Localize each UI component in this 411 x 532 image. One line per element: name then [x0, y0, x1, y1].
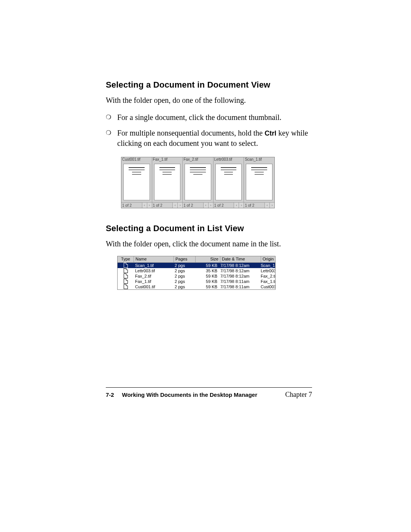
document-icon [124, 263, 128, 268]
bullet-list: For a single document, click the documen… [106, 112, 312, 149]
cell-origin: Fax_2.tif [259, 274, 275, 278]
page-count: 1 of 2 [183, 203, 203, 208]
thumbnail-preview [215, 164, 242, 200]
cell-name: Fax_1.tif [134, 279, 173, 284]
cell-name: Scan_1.tif [134, 263, 173, 268]
cell-name: Cust001.tif [134, 284, 173, 289]
heading-document-view: Selecting a Document in Document View [106, 80, 312, 90]
thumbnail-nav: 1 of 2 ‹ › [183, 203, 213, 208]
bullet-single-document: For a single document, click the documen… [106, 112, 312, 123]
prev-page-button: ‹ [264, 203, 269, 208]
cell-origin: Lettr003.tif [259, 268, 275, 273]
thumbnail-label: Scan_1.tif [244, 157, 274, 163]
prev-page-button: ‹ [203, 203, 208, 208]
prev-page-button: ‹ [172, 203, 177, 208]
thumbnail-label: Lettr003.tif [213, 157, 244, 163]
cell-type [118, 273, 134, 279]
cell-date: 7/17/98 8:12am [219, 268, 259, 273]
cell-origin: Cust001.tif [259, 284, 275, 289]
cell-date: 7/17/98 8:11am [219, 279, 259, 284]
cell-origin: Scan_1.tif [259, 263, 275, 268]
page-footer: 7-2 Working With Documents in the Deskto… [106, 387, 312, 399]
page-count: 1 of 2 [121, 203, 142, 208]
document-page: Selecting a Document in Document View Wi… [0, 0, 411, 532]
list-header-row: Type Name Pages Size Date & Time Origin [118, 256, 275, 263]
page-count: 1 of 2 [244, 203, 264, 208]
document-view-screenshot: Cust001.tif Fax_1.tif Fax_2.tif Lettr003… [121, 157, 275, 208]
document-icon [124, 268, 128, 273]
thumbnail: Cust001.tif [121, 157, 152, 202]
document-icon [124, 273, 128, 278]
thumbnail-nav: 1 of 2 ‹ › [121, 203, 152, 208]
cell-size: 59 KB [194, 284, 219, 289]
cell-name: Fax_2.tif [134, 274, 173, 278]
cell-pages: 2 pgs [173, 263, 194, 268]
footer-left: 7-2 Working With Documents in the Deskto… [106, 391, 257, 398]
cell-date: 7/17/98 8:12am [219, 274, 259, 278]
ctrl-key-label: Ctrl [264, 129, 276, 137]
next-page-button: › [147, 203, 152, 208]
col-header-size: Size [196, 256, 220, 262]
cell-pages: 2 pgs [173, 284, 194, 289]
footer-page-number: 7-2 [106, 391, 114, 398]
document-icon [124, 279, 128, 284]
thumbnail-preview [185, 164, 211, 200]
cell-type [118, 268, 134, 274]
prev-page-button: ‹ [142, 203, 147, 208]
col-header-type: Type [118, 256, 134, 262]
list-row: Lettr003.tif 2 pgs 35 KB 7/17/98 8:12am … [118, 268, 275, 273]
list-view-screenshot: Type Name Pages Size Date & Time Origin … [117, 256, 276, 290]
heading-list-view: Selecting a Document in List View [106, 224, 312, 233]
list-row: Fax_2.tif 2 pgs 59 KB 7/17/98 8:12am Fax… [118, 273, 275, 279]
cell-size: 35 KB [194, 268, 219, 273]
cell-size: 59 KB [194, 274, 219, 278]
cell-size: 59 KB [194, 279, 219, 284]
document-icon [124, 284, 128, 289]
thumbnail: Fax_1.tif [152, 157, 183, 202]
next-page-button: › [177, 203, 182, 208]
thumbnail-nav: 1 of 2 ‹ › [244, 203, 274, 208]
page-count: 1 of 2 [152, 203, 173, 208]
thumbnail-preview [123, 164, 150, 200]
cell-type [118, 284, 134, 290]
list-row: Cust001.tif 2 pgs 59 KB 7/17/98 8:11am C… [118, 284, 275, 289]
cell-date: 7/17/98 8:11am [219, 284, 259, 289]
cell-type [118, 279, 134, 284]
thumbnail: Fax_2.tif [183, 157, 213, 202]
cell-origin: Fax_1.tif [259, 279, 275, 284]
col-header-origin: Origin [261, 256, 275, 262]
bullet-multiple-documents: For multiple nonsequential documents, ho… [106, 128, 312, 149]
thumbnail-label: Fax_2.tif [183, 157, 213, 163]
next-page-button: › [239, 203, 244, 208]
cell-pages: 2 pgs [173, 279, 194, 284]
footer-rule [106, 387, 312, 388]
thumbnail: Lettr003.tif [213, 157, 244, 202]
thumbnail-nav: 1 of 2 ‹ › [213, 203, 244, 208]
col-header-pages: Pages [174, 256, 196, 262]
thumbnail-label: Cust001.tif [121, 157, 152, 163]
footer-title: Working With Documents in the Desktop Ma… [122, 391, 257, 398]
cell-date: 7/17/98 8:12am [219, 263, 259, 268]
intro-document-view: With the folder open, do one of the foll… [106, 95, 312, 105]
col-header-date: Date & Time [220, 256, 261, 262]
cell-pages: 2 pgs [173, 268, 194, 273]
thumbnail-nav: 1 of 2 ‹ › [152, 203, 183, 208]
next-page-button: › [269, 203, 274, 208]
thumbnail-label: Fax_1.tif [152, 157, 183, 163]
bullet-multi-pre: For multiple nonsequential documents, ho… [117, 129, 264, 137]
list-row: Fax_1.tif 2 pgs 59 KB 7/17/98 8:11am Fax… [118, 279, 275, 284]
page-count: 1 of 2 [213, 203, 234, 208]
thumbnail: Scan_1.tif [244, 157, 274, 202]
cell-size: 59 KB [194, 263, 219, 268]
footer-chapter: Chapter 7 [285, 391, 312, 399]
next-page-button: › [208, 203, 213, 208]
col-header-name: Name [134, 256, 174, 262]
thumbnail-preview [246, 164, 272, 200]
thumbnail-preview [154, 164, 181, 200]
cell-name: Lettr003.tif [134, 268, 173, 273]
cell-type [118, 263, 134, 268]
list-row-selected: Scan_1.tif 2 pgs 59 KB 7/17/98 8:12am Sc… [118, 263, 275, 268]
cell-pages: 2 pgs [173, 274, 194, 278]
prev-page-button: ‹ [234, 203, 239, 208]
intro-list-view: With the folder open, click the document… [106, 239, 312, 249]
